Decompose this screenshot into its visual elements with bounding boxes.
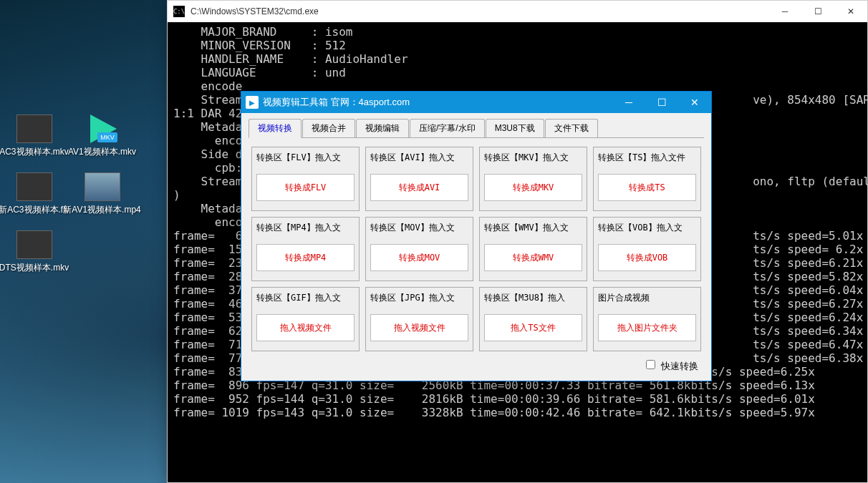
video-thumb-icon (16, 172, 52, 201)
convert-cell-wmv[interactable]: 转换区【WMV】拖入文 转换成WMV (479, 217, 587, 281)
convert-button-mp4[interactable]: 转换成MP4 (256, 244, 355, 271)
tab-video-edit[interactable]: 视频编辑 (356, 119, 409, 137)
convert-button-flv[interactable]: 转换成FLV (256, 174, 355, 201)
cmd-title: C:\Windows\SYSTEM32\cmd.exe (191, 6, 319, 16)
tab-m3u8-download[interactable]: M3U8下载 (486, 119, 544, 137)
cell-label: 转换区【TS】拖入文件 (598, 152, 696, 164)
convert-cell-mp4[interactable]: 转换区【MP4】拖入文 转换成MP4 (251, 217, 360, 281)
cell-label: 转换区【AVI】拖入文 (370, 152, 468, 164)
convert-cell-image-merge[interactable]: 图片合成视频 拖入图片文件夹 (593, 287, 701, 351)
cell-label: 转换区【VOB】拖入文 (598, 222, 696, 234)
minimize-button[interactable]: ─ (612, 92, 645, 113)
video-thumb-icon (16, 230, 52, 259)
maximize-button[interactable]: ☐ (801, 1, 834, 22)
convert-button-ts[interactable]: 转换成TS (598, 174, 696, 201)
convert-cell-flv[interactable]: 转换区【FLV】拖入文 转换成FLV (251, 147, 360, 211)
icon-label: DTS视频样本.mkv (0, 262, 69, 274)
icon-label: 新AV1视频样本.mp4 (63, 204, 140, 216)
minimize-button[interactable]: ─ (768, 1, 801, 22)
tab-video-convert[interactable]: 视频转换 (249, 119, 302, 138)
cmd-titlebar[interactable]: C:\ C:\Windows\SYSTEM32\cmd.exe ─ ☐ ✕ (168, 1, 867, 22)
tab-video-merge[interactable]: 视频合并 (302, 119, 355, 137)
convert-button-mov[interactable]: 转换成MOV (370, 244, 468, 271)
fast-convert-option: 快速转换 (241, 360, 711, 379)
convert-button-m3u8[interactable]: 拖入TS文件 (484, 314, 582, 341)
cell-label: 转换区【GIF】拖入文 (256, 292, 355, 304)
cell-label: 转换区【JPG】拖入文 (370, 292, 468, 304)
desktop-icon-new-ac3-flv[interactable]: 新AC3视频样本.flv (7, 172, 61, 216)
desktop-icon-dts-mkv[interactable]: DTS视频样本.mkv (7, 230, 61, 274)
video-thumb-icon (16, 114, 52, 143)
fast-convert-checkbox[interactable] (646, 360, 655, 369)
convert-button-vob[interactable]: 转换成VOB (598, 244, 696, 271)
fast-convert-text: 快速转换 (661, 361, 698, 371)
convert-button-mkv[interactable]: 转换成MKV (484, 174, 582, 201)
mkv-play-icon: MKV (85, 114, 120, 143)
cell-label: 转换区【MOV】拖入文 (370, 222, 468, 234)
cell-label: 转换区【MKV】拖入文 (484, 152, 582, 164)
convert-button-jpg[interactable]: 拖入视频文件 (370, 314, 468, 341)
icon-label: 新AC3视频样本.flv (0, 204, 69, 216)
app-title: 视频剪辑工具箱 官网：4asport.com (263, 96, 410, 109)
close-button[interactable]: ✕ (834, 1, 867, 22)
cell-label: 转换区【WMV】拖入文 (484, 222, 582, 234)
cell-label: 转换区【MP4】拖入文 (256, 222, 355, 234)
desktop-icon-ac3-mkv[interactable]: AC3视频样本.mkv (7, 114, 61, 158)
maximize-button[interactable]: ☐ (645, 92, 678, 113)
svg-text:MKV: MKV (100, 134, 115, 141)
convert-cell-avi[interactable]: 转换区【AVI】拖入文 转换成AVI (365, 147, 473, 211)
cell-label: 转换区【FLV】拖入文 (256, 152, 355, 164)
tab-file-download[interactable]: 文件下载 (545, 119, 598, 137)
convert-cell-mov[interactable]: 转换区【MOV】拖入文 转换成MOV (365, 217, 473, 281)
convert-grid: 转换区【FLV】拖入文 转换成FLV 转换区【AVI】拖入文 转换成AVI 转换… (241, 138, 711, 360)
convert-cell-m3u8[interactable]: 转换区【M3U8】拖入 拖入TS文件 (479, 287, 587, 351)
cell-label: 转换区【M3U8】拖入 (484, 292, 582, 304)
video-thumb-icon (85, 172, 120, 201)
convert-cell-vob[interactable]: 转换区【VOB】拖入文 转换成VOB (593, 217, 701, 281)
tab-bar: 视频转换 视频合并 视频编辑 压缩/字幕/水印 M3U8下载 文件下载 (241, 113, 711, 137)
convert-button-wmv[interactable]: 转换成WMV (484, 244, 582, 271)
icon-label: AV1视频样本.mkv (68, 146, 136, 158)
convert-button-avi[interactable]: 转换成AVI (370, 174, 468, 201)
convert-cell-mkv[interactable]: 转换区【MKV】拖入文 转换成MKV (479, 147, 587, 211)
fast-convert-label[interactable]: 快速转换 (646, 361, 698, 371)
convert-button-image-merge[interactable]: 拖入图片文件夹 (598, 314, 696, 341)
convert-cell-jpg[interactable]: 转换区【JPG】拖入文 拖入视频文件 (365, 287, 473, 351)
desktop-icon-av1-mkv[interactable]: MKV AV1视频样本.mkv (75, 114, 129, 158)
desktop-icon-new-av1-mp4[interactable]: 新AV1视频样本.mp4 (75, 172, 129, 216)
convert-cell-ts[interactable]: 转换区【TS】拖入文件 转换成TS (593, 147, 701, 211)
close-button[interactable]: ✕ (678, 92, 711, 113)
desktop-icons-area: AC3视频样本.mkv MKV AV1视频样本.mkv 新AC3视频样本.flv… (7, 114, 129, 274)
tab-compress[interactable]: 压缩/字幕/水印 (410, 119, 485, 137)
app-titlebar[interactable]: ▶ 视频剪辑工具箱 官网：4asport.com ─ ☐ ✕ (241, 92, 711, 113)
cmd-icon: C:\ (173, 6, 185, 17)
cell-label: 图片合成视频 (598, 292, 696, 304)
convert-cell-gif[interactable]: 转换区【GIF】拖入文 拖入视频文件 (251, 287, 360, 351)
icon-label: AC3视频样本.mkv (0, 146, 69, 158)
app-icon: ▶ (246, 96, 259, 109)
video-toolbox-window: ▶ 视频剪辑工具箱 官网：4asport.com ─ ☐ ✕ 视频转换 视频合并… (241, 91, 712, 381)
convert-button-gif[interactable]: 拖入视频文件 (256, 314, 355, 341)
